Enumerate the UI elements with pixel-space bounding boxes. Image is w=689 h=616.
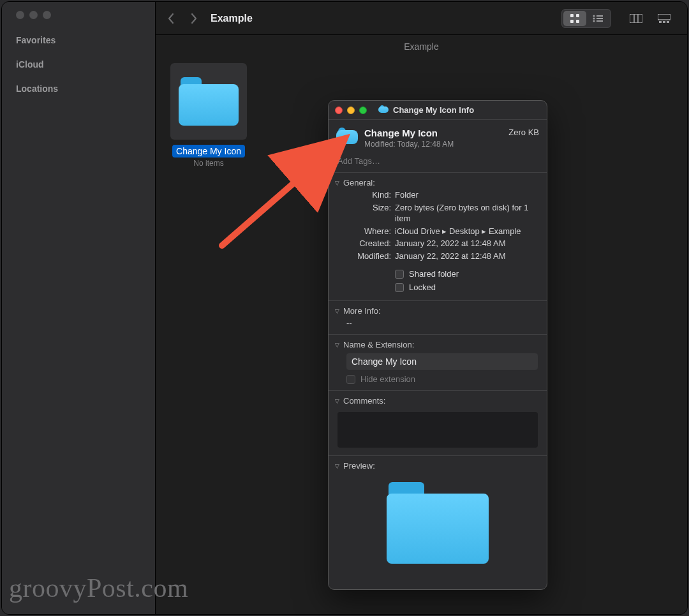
chevron-down-icon: ▽ xyxy=(335,308,339,314)
name-input[interactable] xyxy=(346,353,538,370)
section-toggle[interactable]: ▽Name & Extension: xyxy=(335,339,540,351)
minimize-icon[interactable] xyxy=(347,106,355,114)
locked-checkbox[interactable] xyxy=(395,283,404,292)
minimize-dot[interactable] xyxy=(29,11,38,19)
sidebar-section[interactable]: Locations xyxy=(2,82,155,96)
svg-rect-0 xyxy=(570,14,574,17)
kind-value: Folder xyxy=(395,189,540,201)
tags-field[interactable]: Add Tags… xyxy=(329,154,547,173)
modified-value: January 22, 2022 at 12:48 AM xyxy=(395,251,540,262)
hide-ext-checkbox xyxy=(346,375,355,384)
close-icon[interactable] xyxy=(335,106,343,114)
svg-rect-15 xyxy=(663,21,665,23)
svg-point-4 xyxy=(593,15,595,17)
path-bar[interactable]: Example xyxy=(156,35,687,52)
section-toggle[interactable]: ▽Comments: xyxy=(335,395,540,407)
hide-ext-label: Hide extension xyxy=(360,374,415,384)
svg-rect-13 xyxy=(658,14,670,20)
chevron-down-icon: ▽ xyxy=(335,463,339,469)
item-label: Change My Icon xyxy=(172,145,245,158)
section-preview: ▽Preview: xyxy=(329,456,547,589)
folder-icon xyxy=(387,482,489,564)
info-name: Change My Icon xyxy=(364,128,502,138)
zoom-dot[interactable] xyxy=(43,11,51,19)
icon-view-button[interactable] xyxy=(563,11,586,26)
section-toggle[interactable]: ▽More Info: xyxy=(335,305,540,317)
moreinfo-value: -- xyxy=(335,317,540,328)
info-header: Change My Icon Modified: Today, 12:48 AM… xyxy=(329,120,547,154)
item-subtitle: No items xyxy=(167,159,250,168)
locked-label: Locked xyxy=(409,282,436,292)
info-size: Zero KB xyxy=(508,128,539,137)
chevron-down-icon: ▽ xyxy=(335,180,339,186)
chevron-down-icon: ▽ xyxy=(335,398,339,404)
gallery-view-button[interactable] xyxy=(653,11,676,26)
toolbar: Example xyxy=(156,2,687,35)
list-view-button[interactable] xyxy=(586,11,609,26)
sidebar-section[interactable]: Favorites xyxy=(2,33,155,47)
comments-input[interactable] xyxy=(337,412,538,448)
sidebar-section[interactable]: iCloud xyxy=(2,57,155,71)
section-moreinfo: ▽More Info: -- xyxy=(329,301,547,335)
zoom-icon[interactable] xyxy=(359,106,367,114)
column-view-button[interactable] xyxy=(625,11,648,26)
svg-rect-1 xyxy=(576,14,579,17)
window-traffic-lights xyxy=(2,11,155,31)
window-title: Example xyxy=(211,13,253,24)
svg-rect-10 xyxy=(630,14,642,23)
watermark: groovyPost.com xyxy=(9,573,188,603)
where-value: iCloud Drive ▸ Desktop ▸ Example xyxy=(395,226,540,237)
svg-rect-5 xyxy=(596,15,603,17)
svg-rect-7 xyxy=(596,18,603,19)
shared-checkbox[interactable] xyxy=(395,270,404,279)
section-comments: ▽Comments: xyxy=(329,391,547,456)
sidebar: Favorites iCloud Locations xyxy=(2,2,155,614)
svg-rect-9 xyxy=(596,20,603,22)
preview-area xyxy=(335,472,540,583)
section-toggle[interactable]: ▽Preview: xyxy=(335,460,540,472)
forward-button[interactable] xyxy=(190,13,198,24)
back-button[interactable] xyxy=(167,13,175,24)
close-dot[interactable] xyxy=(16,11,24,19)
get-info-window[interactable]: Change My Icon Info Change My Icon Modif… xyxy=(328,100,547,590)
section-name-extension: ▽Name & Extension: Hide extension xyxy=(329,335,547,391)
svg-rect-16 xyxy=(667,21,669,23)
size-value: Zero bytes (Zero bytes on disk) for 1 it… xyxy=(395,202,540,224)
section-general: ▽General: Kind:Folder Size:Zero bytes (Z… xyxy=(329,173,547,301)
folder-item[interactable]: Change My Icon No items xyxy=(167,63,250,168)
info-window-title: Change My Icon Info xyxy=(393,105,474,115)
info-modified: Modified: Today, 12:48 AM xyxy=(364,140,502,149)
svg-rect-3 xyxy=(576,20,579,23)
info-titlebar[interactable]: Change My Icon Info xyxy=(329,101,547,120)
folder-icon xyxy=(378,105,389,115)
folder-icon[interactable] xyxy=(336,128,358,144)
svg-rect-2 xyxy=(570,20,574,23)
svg-rect-14 xyxy=(659,21,662,23)
section-toggle[interactable]: ▽General: xyxy=(335,177,540,189)
svg-point-8 xyxy=(593,20,595,22)
svg-point-6 xyxy=(593,17,595,19)
shared-label: Shared folder xyxy=(409,269,459,279)
created-value: January 22, 2022 at 12:48 AM xyxy=(395,238,540,249)
view-mode-segment xyxy=(561,9,611,28)
folder-icon xyxy=(170,63,247,140)
chevron-down-icon: ▽ xyxy=(335,342,339,348)
